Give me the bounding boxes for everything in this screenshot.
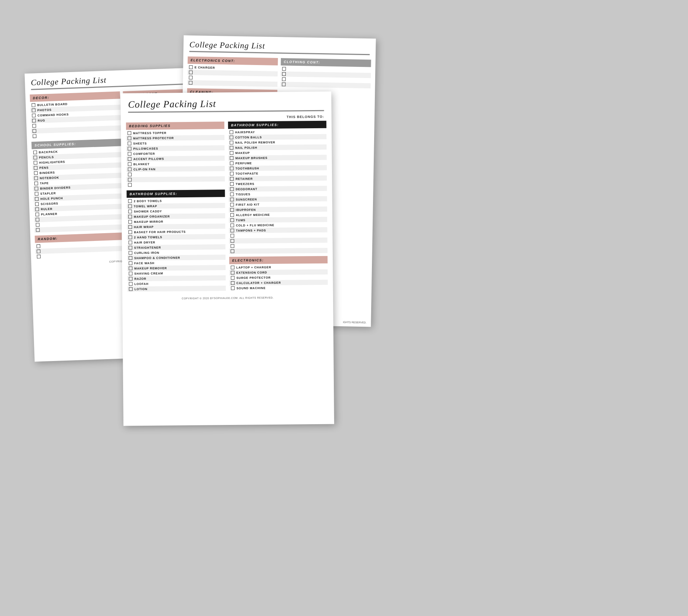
list-item: LOTION: [128, 286, 226, 292]
copyright-front: COPYRIGHT © 2020 BYSOPHIALEE.COM. ALL RI…: [122, 294, 333, 303]
section-header-electronics-cont: ELECTRONICS CONT:: [188, 57, 278, 65]
belongs-to-label: THIS BELONGS TO:: [287, 115, 324, 119]
section-header-clothing-cont: CLOTHING CONT:: [281, 58, 371, 67]
section-header-bedding: BEDDING SUPPLIES: [126, 122, 224, 130]
page-front: College Packing List THIS BELONGS TO: BE…: [121, 92, 334, 426]
page-title-front: College Packing List: [121, 92, 331, 112]
list-item: SOUND MACHINE: [230, 285, 328, 291]
list-item: [280, 82, 370, 88]
section-header-bathroom-right: BATHROOM SUPPLIES:: [228, 121, 326, 129]
copyright-partial: IGHTS RESERVED.: [343, 321, 367, 324]
section-header-bathroom-left: BATHROOM SUPPLIES:: [126, 190, 225, 198]
section-header-electronics: ELECTRONICS:: [229, 256, 328, 264]
